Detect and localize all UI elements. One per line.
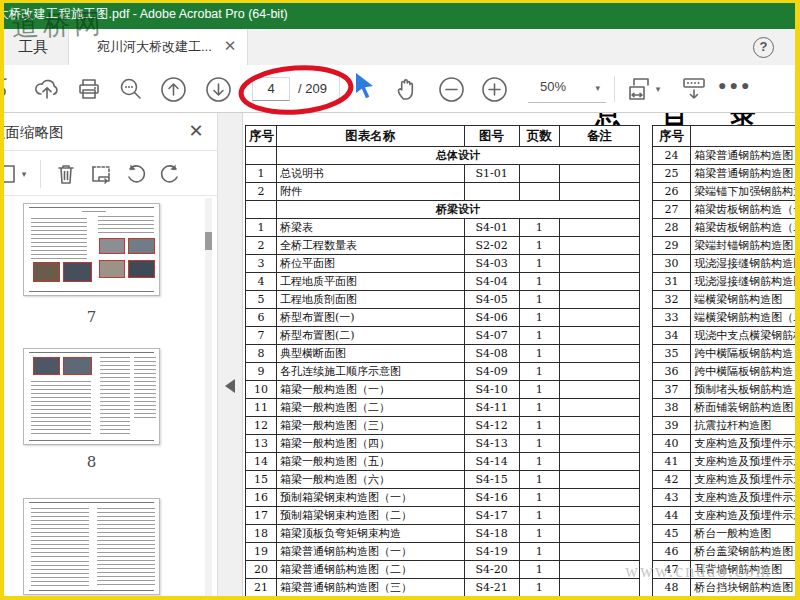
table-row: 3桥位平面图S4-031	[246, 255, 640, 273]
col-header: 页数	[519, 126, 559, 147]
table-row: 37预制堵头板钢筋构造	[653, 381, 800, 399]
print-icon[interactable]	[74, 75, 104, 103]
table-row: 30现浇湿接缝钢筋构造图（一）	[653, 255, 800, 273]
tab-bar: 工具 宛川河大桥改建工... ✕	[0, 29, 800, 65]
help-icon[interactable]: ?	[753, 37, 774, 58]
table-row: 43支座构造及预埋件示意（四）	[653, 489, 800, 507]
page-number-input[interactable]: 4	[252, 77, 290, 101]
chevron-down-icon: ▾	[22, 169, 27, 179]
table-row: 5工程地质剖面图S4-051	[246, 291, 640, 309]
table-row: 38桥面铺装钢筋构造图	[653, 399, 800, 417]
table-row: 25箱梁普通钢筋构造图（七）	[653, 165, 800, 183]
panel-splitter[interactable]	[218, 113, 243, 600]
table-row: 26梁端锚下加强钢筋构造图	[653, 183, 800, 201]
table-row: 18箱梁顶板负弯矩钢束构造S4-181	[246, 525, 640, 543]
tab-document[interactable]: 宛川河大桥改建工... ✕	[68, 29, 248, 65]
thumb-footer-line	[29, 590, 154, 591]
col-header: 序号	[246, 126, 277, 147]
thumb-header-line	[29, 207, 154, 208]
thumbnail-options-icon[interactable]: ▾	[0, 161, 32, 187]
table-row: 8典型横断面图S4-081	[246, 345, 640, 363]
thumbnails-panel: 页面缩略图 ✕ ▾	[0, 113, 218, 600]
window-titlebar: 大桥改建工程施工图.pdf - Adobe Acrobat Pro (64-bi…	[0, 0, 800, 29]
tab-tools[interactable]: 工具	[10, 29, 56, 65]
col-header: 备注	[559, 126, 639, 147]
table-row: 44支座构造及预埋件示意（五）	[653, 507, 800, 525]
table-row: 40支座构造及预埋件示意（一）	[653, 435, 800, 453]
cloud-upload-icon[interactable]	[32, 75, 62, 103]
frame-border	[0, 596, 800, 600]
table-row: 2全桥工程数量表S2-021	[246, 237, 640, 255]
panel-separator	[40, 160, 41, 188]
page-total-label: / 209	[298, 77, 327, 101]
rotate-clockwise-icon[interactable]	[156, 161, 184, 187]
thumbnail-page-7[interactable]	[23, 203, 160, 296]
zoom-level-dropdown[interactable]: 50% ▾	[528, 75, 606, 103]
delete-pages-icon[interactable]	[52, 161, 80, 187]
search-icon[interactable]	[116, 75, 146, 103]
thumbnail-page-8[interactable]	[23, 348, 160, 445]
table-row: 15箱梁一般构造图（六）S4-151	[246, 471, 640, 489]
col-header: 图表名称	[277, 126, 464, 147]
table-row: 6桥型布置图(一)S4-061	[246, 309, 640, 327]
section-row: 总体设计	[246, 147, 640, 165]
crop-pages-icon[interactable]	[88, 161, 116, 187]
document-page: 总 目 录 序号 图表名称 图号 页数 备注 总体设计1总说明书S1-012附件…	[243, 113, 800, 600]
main-toolbar: 4 / 209 50% ▾ ▾ ●●●	[0, 65, 800, 113]
watermark-bottom: www.cndao.com	[625, 561, 772, 582]
zoom-in-icon[interactable]	[479, 75, 509, 103]
table-row: 21箱梁普通钢筋构造图（三）S4-211	[246, 579, 640, 597]
thumbnail-page-9[interactable]	[23, 498, 160, 595]
frame-border	[0, 0, 4, 600]
table-row: 16预制箱梁钢束构造图（一）S4-161	[246, 489, 640, 507]
previous-page-icon[interactable]	[158, 75, 188, 103]
table-row: 41支座构造及预埋件示意（二）	[653, 453, 800, 471]
more-tools-icon[interactable]: ●●●	[718, 77, 752, 93]
table-row: 13箱梁一般构造图（四）S4-131	[246, 435, 640, 453]
table-row: 20箱梁普通钢筋构造图（二）S4-201	[246, 561, 640, 579]
table-row: 14箱梁一般构造图（五）S4-141	[246, 453, 640, 471]
table-row: 1总说明书S1-01	[246, 165, 640, 183]
thumb-footer-line	[29, 291, 154, 292]
panel-close-icon[interactable]: ✕	[186, 122, 206, 142]
table-row: 29梁端封锚钢筋构造图	[653, 237, 800, 255]
zoom-level-value: 50%	[540, 79, 566, 94]
table-row: 31现浇湿接缝钢筋构造图（二）	[653, 273, 800, 291]
table-row: 46桥台盖梁钢筋构造图	[653, 543, 800, 561]
collapse-panel-icon[interactable]	[225, 379, 235, 393]
table-row: 32端横梁钢筋构造图	[653, 291, 800, 309]
hand-tool-icon[interactable]	[392, 75, 422, 103]
table-row: 7桥型布置图(二)S4-071	[246, 327, 640, 345]
thumb-header-line	[29, 352, 154, 353]
table-row: 35跨中横隔板钢筋构造（一）	[653, 345, 800, 363]
window-title: 大桥改建工程施工图.pdf - Adobe Acrobat Pro (64-bi…	[0, 7, 288, 21]
table-row: 45桥台一般构造图	[653, 525, 800, 543]
thumbnails-scrollbar[interactable]	[205, 198, 212, 598]
thumbnails-toolbar: ▾	[0, 151, 217, 196]
table-row: 2附件	[246, 183, 640, 201]
chevron-down-icon: ▾	[595, 83, 600, 93]
toc-table-right: 序号 图表名称 24箱梁普通钢筋构造图（六）25箱梁普通钢筋构造图（七）26梁端…	[652, 125, 800, 597]
col-header: 图表名称	[691, 126, 800, 147]
rotate-counterclockwise-icon[interactable]	[122, 161, 150, 187]
thumbnails-panel-title: 页面缩略图	[0, 113, 64, 151]
select-tool-cursor-icon	[353, 72, 379, 102]
section-row: 桥梁设计	[246, 201, 640, 219]
thumbnail-page-label: 7	[23, 308, 160, 326]
scrollbar-thumb[interactable]	[205, 232, 212, 250]
hide-toolbar-icon[interactable]	[676, 75, 712, 103]
toolbar-separator	[614, 76, 615, 102]
table-row: 1桥梁表S4-011	[246, 219, 640, 237]
table-row: 42支座构造及预埋件示意（三）	[653, 471, 800, 489]
frame-border	[0, 0, 800, 3]
table-row: 10箱梁一般构造图（一）S4-101	[246, 381, 640, 399]
tab-close-icon[interactable]: ✕	[221, 37, 239, 55]
toolbar-separator	[339, 76, 340, 102]
thumbnails-panel-header: 页面缩略图 ✕	[0, 113, 217, 151]
zoom-out-icon[interactable]	[436, 75, 466, 103]
frame-border	[795, 0, 800, 600]
fit-width-icon[interactable]: ▾	[622, 75, 664, 103]
table-row: 9各孔连续施工顺序示意图S4-091	[246, 363, 640, 381]
thumb-footer-line	[29, 440, 154, 441]
next-page-icon[interactable]	[203, 75, 233, 103]
